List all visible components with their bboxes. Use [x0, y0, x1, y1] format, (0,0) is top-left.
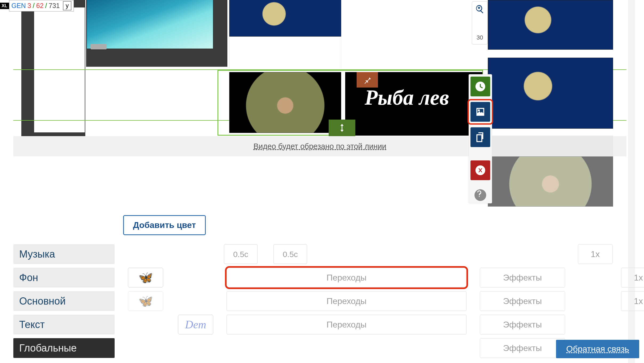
clip2-pad: [229, 37, 341, 69]
tool-column: [469, 74, 492, 203]
layer-main[interactable]: Основной: [13, 291, 115, 311]
tool-image-highlight: [468, 99, 493, 125]
resize-handle[interactable]: [329, 120, 355, 136]
debug-badge: XL GEN 3 / 62 / 731 y: [0, 0, 74, 11]
track-column-slot: [34, 7, 85, 132]
tool-copy[interactable]: [470, 127, 490, 147]
layer-text[interactable]: Текст: [13, 315, 115, 334]
crop-notice-link[interactable]: Видео будет обрезано по этой линии: [253, 142, 387, 151]
layer-bg[interactable]: Фон: [13, 268, 115, 287]
resize-vertical-icon: [337, 123, 347, 133]
bg-thumb[interactable]: 🦋: [128, 268, 163, 287]
image-icon: [474, 106, 486, 118]
text-thumb[interactable]: Dem: [178, 315, 213, 334]
transitions-pill-bg[interactable]: Переходы: [227, 268, 466, 287]
butterfly-icon: 🦋: [138, 271, 153, 285]
library-thumb-3[interactable]: [488, 156, 613, 207]
clip-thumb-reef-top[interactable]: [229, 0, 341, 37]
effects-pill-bg[interactable]: Эффекты: [480, 268, 565, 287]
gen-label: GEN: [11, 2, 26, 10]
zoom-control[interactable]: 30: [472, 1, 488, 45]
effects-pill-global[interactable]: Эффекты: [480, 338, 565, 358]
copy-icon: [474, 131, 486, 143]
library-thumb-2[interactable]: [488, 58, 613, 129]
y-toggle[interactable]: y: [63, 1, 71, 10]
tool-clock[interactable]: [470, 77, 490, 96]
speed-pill-main[interactable]: 1x: [621, 291, 644, 311]
clock-icon: [474, 81, 486, 92]
tool-delete[interactable]: [470, 160, 490, 180]
effects-pill-main[interactable]: Эффекты: [480, 291, 565, 311]
close-circle-icon: [474, 164, 486, 176]
zoom-in-icon: [475, 4, 485, 14]
pin-icon: [363, 75, 372, 85]
speed-pill-bg[interactable]: 1x: [621, 268, 644, 287]
gen-counter: GEN 3 / 62 / 731 y: [9, 0, 74, 11]
clip-thumb-lionfish[interactable]: [229, 72, 341, 133]
effects-pill-text[interactable]: Эффекты: [480, 315, 565, 334]
pin-button[interactable]: [357, 72, 378, 88]
transitions-pill-text[interactable]: Переходы: [227, 315, 466, 334]
tool-image[interactable]: [470, 102, 490, 122]
add-color-button[interactable]: Добавить цвет: [123, 215, 206, 235]
clip1-scroll[interactable]: [91, 44, 107, 49]
clip-thumb-ocean[interactable]: [87, 0, 213, 49]
layer-global[interactable]: Глобальные: [13, 338, 115, 358]
help-icon: [474, 189, 484, 199]
demo-text: Dem: [185, 318, 206, 331]
size-badge: XL: [0, 3, 9, 9]
tool-help[interactable]: [474, 189, 486, 201]
main-thumb[interactable]: 🦋: [128, 291, 163, 311]
library-thumb-3-frame: [488, 136, 613, 156]
title-overlay-text: Рыбa лев: [365, 85, 482, 110]
butterfly-faded-icon: 🦋: [138, 294, 153, 308]
feedback-button[interactable]: Обратная связь: [556, 340, 639, 358]
library-thumb-1[interactable]: [488, 0, 613, 50]
layer-music[interactable]: Музыка: [13, 244, 115, 264]
zoom-value: 30: [477, 34, 483, 41]
transitions-pill-main[interactable]: Переходы: [227, 291, 466, 311]
